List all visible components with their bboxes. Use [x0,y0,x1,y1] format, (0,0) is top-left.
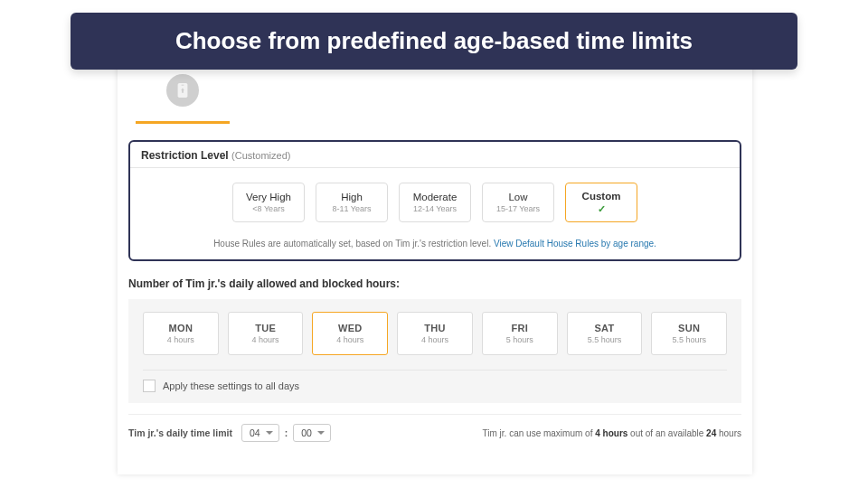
level-subtext: 12-14 Years [413,204,457,213]
level-subtext: 8-11 Years [332,204,371,213]
restriction-level-section: Restriction Level (Customized) Very High… [128,140,741,261]
day-hours: 4 hours [336,335,363,344]
level-subtext: 15-17 Years [496,204,540,213]
level-low[interactable]: Low15-17 Years [482,183,554,222]
minutes-select[interactable]: 00 [293,424,331,442]
level-moderate[interactable]: Moderate12-14 Years [399,183,471,222]
day-hours: 4 hours [421,335,448,344]
day-label: THU [424,323,446,333]
divider [130,167,740,168]
level-name: Very High [246,192,291,202]
apply-all-checkbox[interactable] [143,380,156,392]
day-selector: MON4 hoursTUE4 hoursWED4 hoursTHU4 hours… [143,312,727,355]
day-tue[interactable]: TUE4 hours [228,312,304,355]
day-label: TUE [255,323,276,333]
time-limit-info: Tim jr. can use maximum of 4 hours out o… [483,428,741,438]
day-wed[interactable]: WED4 hours [312,312,388,355]
restriction-levels: Very High<8 YearsHigh8-11 YearsModerate1… [141,183,729,222]
daily-hours-title: Number of Tim jr.'s daily allowed and bl… [128,277,741,290]
day-label: WED [338,323,363,333]
level-name: Low [508,192,527,202]
level-high[interactable]: High8-11 Years [316,183,388,222]
day-hours: 5.5 hours [588,335,622,344]
check-icon: ✓ [598,203,606,215]
apply-all-row: Apply these settings to all days [143,370,727,392]
days-panel: MON4 hoursTUE4 hoursWED4 hoursTHU4 hours… [128,299,741,403]
day-hours: 5.5 hours [672,335,706,344]
day-fri[interactable]: FRI5 hours [482,312,558,355]
house-rules-note: House Rules are automatically set, based… [141,239,729,249]
active-tab[interactable] [136,74,230,124]
apply-all-label: Apply these settings to all days [163,380,299,391]
house-rules-link[interactable]: View Default House Rules by age range. [494,239,656,249]
level-subtext: <8 Years [252,204,284,213]
day-label: MON [169,323,193,333]
phone-icon [166,74,199,107]
day-label: SUN [678,323,700,333]
settings-panel: Restriction Level (Customized) Very High… [118,63,752,474]
tab-underline [136,121,230,124]
day-hours: 4 hours [167,335,194,344]
svg-rect-1 [182,85,184,86]
level-custom[interactable]: Custom✓ [565,183,637,222]
time-limit-row: Tim jr.'s daily time limit 04 : 00 Tim j… [128,414,741,442]
time-colon: : [285,427,288,438]
headline-banner: Choose from predefined age-based time li… [71,13,797,70]
day-label: FRI [511,323,528,333]
hours-select[interactable]: 04 [241,424,279,442]
day-hours: 5 hours [506,335,533,344]
day-label: SAT [594,323,614,333]
day-sun[interactable]: SUN5.5 hours [651,312,727,355]
day-hours: 4 hours [252,335,279,344]
level-name: Moderate [413,192,458,202]
level-name: High [341,192,363,202]
day-sat[interactable]: SAT5.5 hours [567,312,643,355]
level-very-high[interactable]: Very High<8 Years [232,183,305,222]
time-limit-label: Tim jr.'s daily time limit [128,427,232,438]
day-thu[interactable]: THU4 hours [397,312,473,355]
restriction-level-label: Restriction Level (Customized) [141,149,729,162]
day-mon[interactable]: MON4 hours [143,312,219,355]
level-name: Custom [582,191,621,202]
